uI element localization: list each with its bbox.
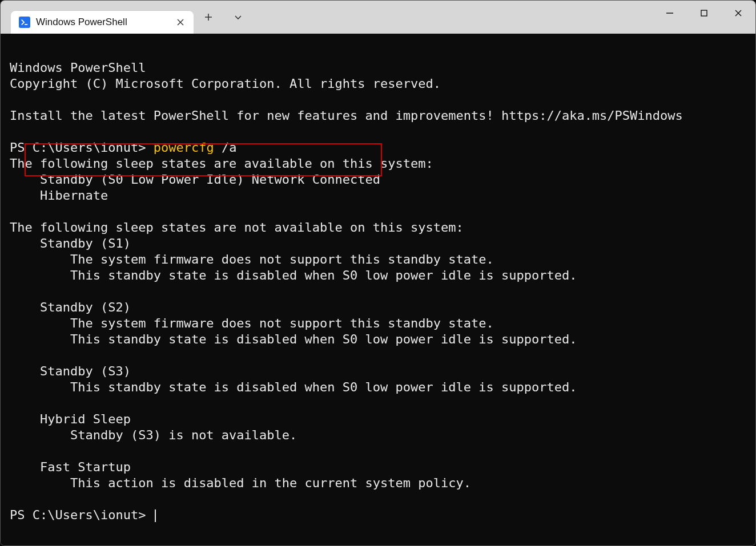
minimize-button[interactable] <box>653 1 687 26</box>
terminal-line: Windows PowerShell <box>10 60 146 75</box>
prompt-path: PS C:\Users\ionut> <box>10 508 154 522</box>
titlebar[interactable]: Windows PowerShell <box>1 1 755 34</box>
terminal-line: This standby state is disabled when S0 l… <box>10 380 577 394</box>
terminal-line: Hybrid Sleep <box>10 412 131 426</box>
powershell-icon <box>19 17 30 28</box>
svg-rect-6 <box>701 10 707 16</box>
terminal-line: Standby (S0 Low Power Idle) Network Conn… <box>10 172 380 187</box>
terminal-line: Standby (S3) is not available. <box>10 428 297 442</box>
window-controls <box>653 1 755 34</box>
terminal-line: Standby (S2) <box>10 300 131 314</box>
terminal-content[interactable]: Windows PowerShell Copyright (C) Microso… <box>1 34 755 545</box>
chevron-down-icon <box>234 13 243 22</box>
terminal-line: The following sleep states are not avail… <box>10 220 464 234</box>
titlebar-drag-region[interactable] <box>253 1 653 34</box>
plus-icon <box>204 13 213 22</box>
terminal-line: Standby (S3) <box>10 364 131 378</box>
terminal-line: The following sleep states are available… <box>10 156 433 171</box>
tab-close-button[interactable] <box>173 15 188 30</box>
command-arg: /a <box>214 140 237 155</box>
command-text: powercfg <box>154 140 214 155</box>
maximize-button[interactable] <box>687 1 721 26</box>
terminal-line: The system firmware does not support thi… <box>10 316 494 330</box>
new-tab-button[interactable] <box>194 1 223 34</box>
window-close-button[interactable] <box>721 1 755 26</box>
terminal-line: Copyright (C) Microsoft Corporation. All… <box>10 76 441 91</box>
prompt-path: PS C:\Users\ionut> <box>10 140 154 155</box>
terminal-line: Install the latest PowerShell for new fe… <box>10 108 683 123</box>
tab-dropdown-button[interactable] <box>223 1 253 34</box>
terminal-line: Fast Startup <box>10 460 131 474</box>
terminal-line: This standby state is disabled when S0 l… <box>10 332 577 346</box>
terminal-line: This standby state is disabled when S0 l… <box>10 268 577 282</box>
close-icon <box>177 19 184 26</box>
tab-active[interactable]: Windows PowerShell <box>11 11 194 34</box>
terminal-line: This action is disabled in the current s… <box>10 476 471 490</box>
tab-title: Windows PowerShell <box>36 17 167 28</box>
close-icon <box>734 9 742 17</box>
maximize-icon <box>700 9 708 17</box>
terminal-line: Standby (S1) <box>10 236 131 250</box>
terminal-line: The system firmware does not support thi… <box>10 252 494 266</box>
terminal-window: Windows PowerShell Windows PowerSh <box>0 0 756 546</box>
tab-row: Windows PowerShell <box>1 1 194 34</box>
terminal-line: Hibernate <box>10 188 108 203</box>
minimize-icon <box>666 9 674 17</box>
cursor <box>155 509 156 522</box>
